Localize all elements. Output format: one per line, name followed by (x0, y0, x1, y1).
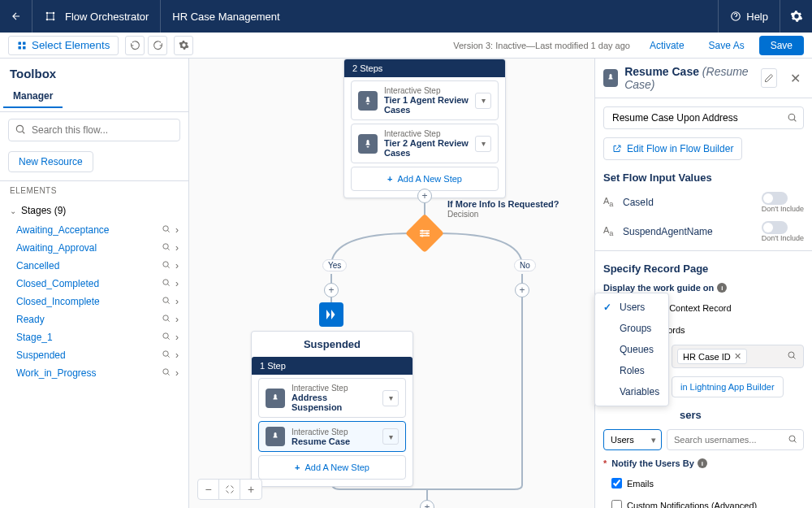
step-tier2[interactable]: Interactive StepTier 2 Agent Review Case… (351, 124, 499, 163)
search-icon[interactable] (162, 332, 171, 343)
decision-node[interactable] (405, 214, 444, 253)
assignee-search-input[interactable] (667, 429, 804, 450)
add-node-button[interactable]: + (417, 189, 432, 203)
add-node-button[interactable]: + (324, 283, 339, 297)
step-menu-button[interactable]: ▾ (382, 390, 399, 406)
chevron-right-icon[interactable]: › (175, 278, 179, 289)
add-node-button[interactable]: + (420, 500, 434, 508)
back-button[interactable] (0, 0, 32, 33)
zoom-out-button[interactable]: − (198, 480, 219, 499)
record-section-title: Specify Record Page (603, 263, 804, 275)
branch-no-label: No (514, 259, 536, 271)
step-menu-button[interactable]: ▾ (382, 428, 399, 445)
lightning-builder-link[interactable]: in Lightning App Builder (672, 376, 784, 397)
sidebar-item-closed_incomplete[interactable]: Closed_Incomplete› (16, 293, 188, 310)
sidebar-item-awaiting_approval[interactable]: Awaiting_Approval› (16, 239, 188, 257)
add-node-button[interactable]: + (515, 283, 529, 297)
sidebar-item-cancelled[interactable]: Cancelled› (16, 257, 188, 275)
chevron-right-icon[interactable]: › (175, 350, 179, 361)
step-menu-button[interactable]: ▾ (475, 136, 491, 152)
zoom-in-button[interactable]: + (240, 480, 261, 499)
remove-pill-icon[interactable]: ✕ (734, 351, 741, 362)
svg-point-13 (163, 280, 168, 284)
save-as-button[interactable]: Save As (699, 36, 754, 55)
help-button[interactable]: Help (718, 0, 780, 33)
step-menu-button[interactable]: ▾ (475, 93, 491, 109)
info-icon[interactable]: i (717, 283, 727, 293)
chevron-right-icon[interactable]: › (175, 260, 179, 271)
dropdown-item-variables[interactable]: Variables (595, 381, 668, 402)
search-icon[interactable] (162, 296, 171, 307)
svg-point-12 (163, 262, 168, 267)
search-icon[interactable] (162, 242, 171, 254)
sidebar-item-awaiting_acceptance[interactable]: Awaiting_Acceptance› (16, 221, 188, 239)
notify-custom-check[interactable]: Custom Notifications (Advanced) (603, 498, 804, 508)
sidebar-search[interactable] (8, 119, 180, 141)
sidebar-item-work_in_progress[interactable]: Work_in_Progress› (16, 364, 188, 382)
stages-group[interactable]: ⌄ Stages (9) (0, 200, 188, 221)
sidebar-item-ready[interactable]: Ready› (16, 310, 188, 328)
chevron-right-icon[interactable]: › (175, 224, 179, 236)
sidebar-item-suspended[interactable]: Suspended› (16, 346, 188, 364)
flow-search[interactable] (603, 106, 804, 129)
search-icon[interactable] (162, 278, 171, 289)
record-context-input[interactable]: HR Case ID✕ (672, 345, 804, 368)
include-toggle[interactable] (762, 221, 788, 234)
search-icon[interactable] (162, 367, 171, 379)
step-tier1[interactable]: Interactive StepTier 1 Agent Review Case… (351, 80, 499, 120)
add-step-button[interactable]: +Add A New Step (258, 455, 406, 480)
canvas-settings-button[interactable] (174, 36, 193, 55)
search-icon[interactable] (162, 314, 171, 325)
input-caseid: Aa CaseId Don't Include (603, 192, 804, 213)
add-step-button[interactable]: +Add A New Step (351, 167, 499, 191)
search-icon[interactable] (162, 350, 171, 361)
stage-title: Suspended (252, 332, 412, 357)
include-toggle[interactable] (762, 192, 788, 205)
sidebar-item-closed_completed[interactable]: Closed_Completed› (16, 275, 188, 293)
step-icon (603, 69, 618, 87)
redo-button[interactable] (148, 36, 167, 55)
flow-canvas[interactable]: 2 Steps Interactive StepTier 1 Agent Rev… (189, 59, 594, 508)
svg-point-18 (163, 369, 168, 374)
elements-section-label: ELEMENTS (0, 180, 188, 200)
stage-header: 2 Steps (344, 59, 505, 77)
dropdown-item-queues[interactable]: Queues (595, 339, 668, 360)
chevron-right-icon[interactable]: › (175, 367, 179, 379)
chevron-right-icon[interactable]: › (175, 332, 179, 343)
assignee-search[interactable] (667, 429, 804, 450)
search-icon (787, 350, 797, 363)
manager-tab[interactable]: Manager (3, 85, 63, 108)
dropdown-item-groups[interactable]: Groups (595, 318, 668, 339)
step-address-suspension[interactable]: Interactive StepAddress Suspension ▾ (258, 378, 406, 418)
sidebar-search-input[interactable] (8, 119, 180, 141)
dropdown-item-roles[interactable]: Roles (595, 360, 668, 381)
dropdown-item-users[interactable]: Users (595, 297, 668, 318)
chevron-right-icon[interactable]: › (175, 296, 179, 307)
select-elements-button[interactable]: Select Elements (8, 36, 119, 55)
edit-flow-button[interactable]: Edit Flow in Flow Builder (603, 137, 742, 160)
search-icon[interactable] (162, 224, 171, 236)
assignee-type-select[interactable]: Users (603, 429, 662, 450)
step-resume-case[interactable]: Interactive StepResume Case ▾ (258, 421, 406, 452)
chevron-right-icon[interactable]: › (175, 242, 179, 254)
flow-search-input[interactable] (603, 106, 804, 129)
notify-email-check[interactable]: Emails (603, 476, 804, 490)
search-icon[interactable] (162, 260, 171, 271)
inputs-section-title: Set Flow Input Values (603, 172, 804, 184)
sidebar-item-stage_1[interactable]: Stage_1› (16, 328, 188, 346)
undo-button[interactable] (125, 36, 145, 55)
settings-button[interactable] (780, 0, 812, 33)
sidebar: Toolbox Manager New Resource ELEMENTS ⌄ … (0, 59, 189, 508)
chevron-right-icon[interactable]: › (175, 314, 179, 325)
zoom-fit-button[interactable] (219, 480, 240, 499)
search-icon (788, 434, 797, 446)
close-button[interactable]: ✕ (787, 71, 804, 86)
svg-rect-5 (19, 41, 22, 45)
edit-button[interactable] (761, 68, 777, 88)
activate-button[interactable]: Activate (640, 36, 694, 55)
new-resource-button[interactable]: New Resource (8, 151, 93, 172)
svg-point-11 (163, 244, 168, 249)
save-button[interactable]: Save (759, 36, 804, 55)
svg-point-21 (421, 235, 424, 237)
info-icon[interactable]: i (698, 458, 707, 468)
